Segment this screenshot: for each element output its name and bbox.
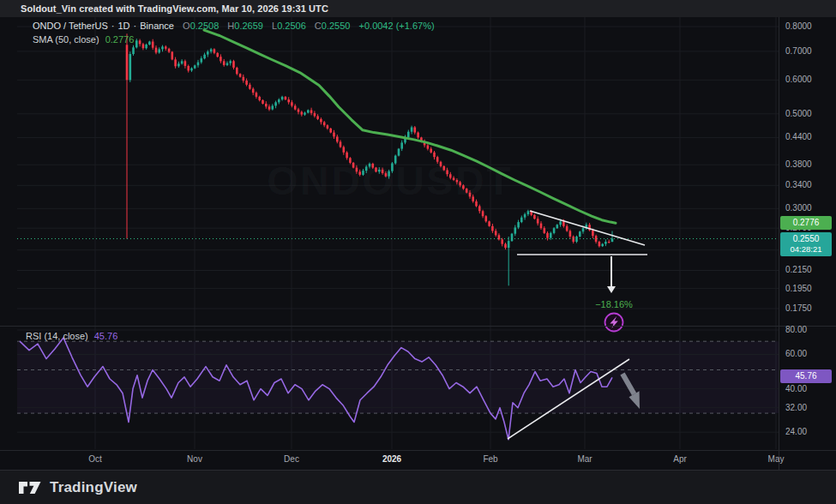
symbol-name: ONDO / TetherUS — [33, 21, 108, 31]
price-axis-tick: 0.6000 — [785, 75, 835, 84]
last-price-value: 0.2550 — [780, 234, 832, 244]
symbol-legend[interactable]: ONDO / TetherUS·1D·Binance O0.2508 H0.26… — [33, 21, 435, 31]
rsi-value: 45.76 — [94, 331, 118, 341]
time-axis-label: 2026 — [382, 454, 401, 464]
rsi-axis-tick: 32.00 — [785, 403, 835, 412]
price-axis-tick: 0.3000 — [785, 203, 835, 213]
time-axis-label: Oct — [88, 454, 102, 464]
attribution-text: Soldout_Vin created with TradingView.com… — [21, 3, 328, 14]
rsi-label: RSI (14, close) — [26, 331, 88, 341]
time-axis-label: Nov — [187, 454, 202, 464]
chart-canvas[interactable]: ONDOUSDT — [0, 0, 836, 504]
change-value: +0.0042 (+1.67%) — [359, 21, 435, 31]
sma-label: SMA (50, close) — [33, 34, 99, 45]
high-value: 0.2659 — [234, 21, 263, 31]
lightning-bolt-icon[interactable] — [605, 314, 623, 332]
drop-percentage-label[interactable]: −18.16% — [595, 299, 633, 309]
bar-countdown: 04:28:21 — [780, 244, 832, 255]
rsi-axis-tick: 80.00 — [785, 325, 835, 334]
tradingview-logo-icon[interactable] — [19, 481, 42, 495]
price-axis-tick: 0.2150 — [785, 265, 835, 274]
rsi-axis-tick: 60.00 — [785, 349, 835, 358]
rsi-axis-tick: 24.00 — [785, 427, 835, 436]
time-axis-label: May — [768, 454, 785, 464]
time-axis-separator — [0, 450, 836, 451]
rsi-value-badge: 45.76 — [780, 369, 832, 383]
price-axis-separator — [779, 17, 779, 470]
attribution-bar: Soldout_Vin created with TradingView.com… — [0, 0, 836, 17]
tradingview-brand-text[interactable]: TradingView — [50, 479, 137, 496]
open-label: O — [183, 21, 190, 31]
price-axis-tick: 0.3800 — [785, 159, 835, 169]
close-value: 0.2550 — [322, 21, 351, 31]
rsi-axis-tick: 40.00 — [785, 384, 835, 393]
sma-legend[interactable]: SMA (50, close)0.2776 — [33, 34, 134, 45]
price-axis-tick: 0.3400 — [785, 180, 835, 189]
time-axis-label: Dec — [284, 454, 299, 464]
tradingview-chart-window: Soldout_Vin created with TradingView.com… — [0, 0, 836, 504]
footer-bar: TradingView — [0, 470, 836, 504]
interval-label: 1D — [118, 21, 130, 31]
rsi-legend[interactable]: RSI (14, close)45.76 — [26, 331, 117, 341]
low-value: 0.2506 — [277, 21, 306, 31]
time-axis-label: Apr — [673, 454, 687, 464]
open-value: 0.2508 — [190, 21, 220, 31]
last-price-badge: 0.2550 04:28:21 — [780, 232, 832, 256]
price-axis-tick: 0.4400 — [785, 132, 835, 141]
symbol-watermark: ONDOUSDT — [267, 159, 513, 203]
sma-price-badge: 0.2776 — [780, 216, 832, 230]
sma-value: 0.2776 — [105, 34, 135, 45]
breakdown-arrow-head — [607, 286, 616, 293]
price-axis-tick: 0.7000 — [785, 46, 835, 56]
time-axis-label: Mar — [577, 454, 592, 464]
price-axis-tick: 0.1950 — [785, 284, 835, 293]
time-axis-label: Feb — [483, 454, 497, 464]
pane-separator — [0, 326, 836, 327]
price-axis-tick: 0.5000 — [785, 109, 835, 118]
exchange-label: Binance — [140, 21, 174, 31]
price-axis-tick: 0.1750 — [785, 303, 835, 313]
price-axis-tick: 0.8000 — [785, 21, 835, 31]
close-label: C — [315, 21, 322, 31]
